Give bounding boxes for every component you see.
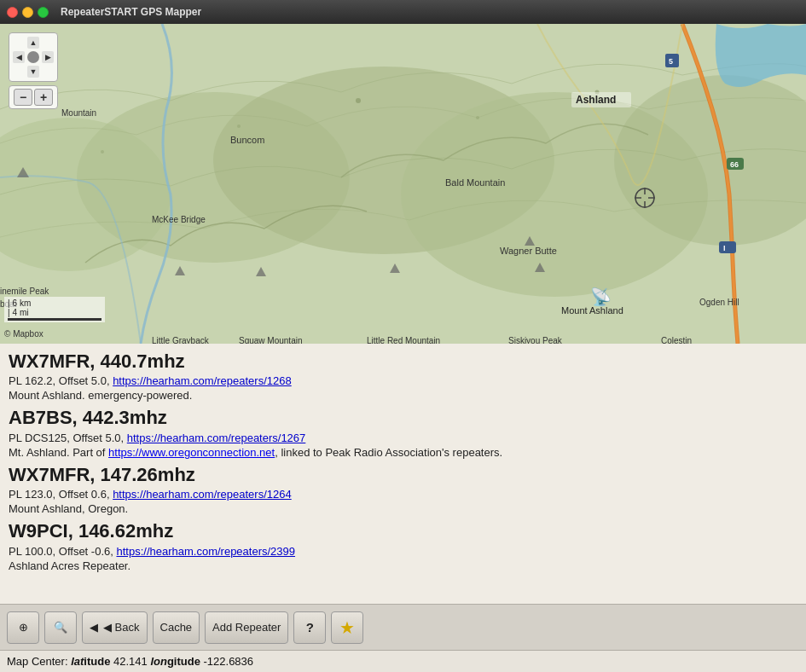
- svg-point-9: [476, 116, 479, 119]
- navigation-control[interactable]: ▲ ◀ ▶ ▼: [9, 32, 58, 82]
- latitude-label-2: itude: [84, 655, 113, 668]
- back-button[interactable]: ◀ ◀ Back: [82, 611, 148, 644]
- svg-point-7: [237, 125, 241, 128]
- help-icon: ?: [306, 620, 314, 634]
- svg-point-6: [101, 150, 104, 154]
- svg-text:Ashland: Ashland: [576, 94, 616, 106]
- map-center-label: Map Center:: [7, 655, 71, 668]
- repeater-3-detail: PL 123.0, Offset 0.6, https://hearham.co…: [9, 488, 797, 501]
- nav-center: [27, 51, 39, 63]
- svg-text:5: 5: [669, 57, 673, 66]
- svg-text:McKee Bridge: McKee Bridge: [152, 215, 206, 224]
- maximize-button[interactable]: [38, 7, 49, 18]
- title-bar: RepeaterSTART GPS Mapper: [0, 0, 806, 24]
- svg-text:Ogden Hill: Ogden Hill: [699, 298, 739, 307]
- repeater-1-link[interactable]: https://hearham.com/repeaters/1268: [113, 374, 292, 387]
- map-background: Ashland Mountain Buncom Bald Mountain Wa…: [0, 24, 806, 344]
- svg-text:Bald Mountain: Bald Mountain: [445, 177, 505, 188]
- repeater-2-detail-prefix: PL DCS125, Offset 5.0,: [9, 432, 127, 444]
- back-label: ◀ Back: [103, 621, 140, 634]
- search-icon: 🔍: [54, 621, 67, 634]
- repeater-4-detail-prefix: PL 100.0, Offset -0.6,: [9, 545, 116, 558]
- scale-mi: 4 mi: [13, 308, 29, 317]
- locate-icon: ⊕: [19, 621, 28, 634]
- pan-up-button[interactable]: ▲: [27, 37, 39, 49]
- pan-down-button[interactable]: ▼: [27, 66, 39, 78]
- star-icon: ★: [339, 617, 355, 638]
- repeater-2-desc: Mt. Ashland. Part of https://www.oregonc…: [9, 446, 797, 459]
- oregonconnection-link[interactable]: https://www.oregonconnection.net: [108, 446, 275, 459]
- svg-text:66: 66: [730, 160, 739, 169]
- svg-point-8: [356, 98, 361, 103]
- repeater-entry-3: WX7MFR, 147.26mhz PL 123.0, Offset 0.6, …: [9, 464, 797, 515]
- repeater-1-detail-prefix: PL 162.2, Offset 5.0,: [9, 374, 113, 387]
- map-attribution: © Mapbox: [4, 329, 43, 339]
- cache-label: Cache: [160, 621, 193, 634]
- add-repeater-button[interactable]: Add Repeater: [205, 611, 288, 644]
- help-button[interactable]: ?: [293, 611, 326, 644]
- status-bar: Map Center: latitude 42.141 longitude -1…: [0, 650, 806, 672]
- repeater-entry-1: WX7MFR, 440.7mhz PL 162.2, Offset 5.0, h…: [9, 350, 797, 402]
- svg-text:inemile Peak: inemile Peak: [0, 287, 49, 296]
- back-icon: ◀: [90, 621, 98, 634]
- repeater-4-link[interactable]: https://hearham.com/repeaters/2399: [116, 545, 295, 558]
- content-area: WX7MFR, 440.7mhz PL 162.2, Offset 5.0, h…: [0, 344, 806, 604]
- location-crosshair: [633, 186, 657, 210]
- zoom-in-button[interactable]: +: [34, 89, 53, 106]
- repeater-entry-2: AB7BS, 442.3mhz PL DCS125, Offset 5.0, h…: [9, 407, 797, 458]
- repeater-3-link[interactable]: https://hearham.com/repeaters/1264: [113, 488, 292, 501]
- svg-text:Mountain: Mountain: [61, 108, 96, 118]
- svg-text:Wagner Butte: Wagner Butte: [500, 246, 557, 256]
- app-title: RepeaterSTART GPS Mapper: [61, 6, 201, 18]
- repeater-4-detail: PL 100.0, Offset -0.6, https://hearham.c…: [9, 545, 797, 558]
- svg-text:Little Red Mountain: Little Red Mountain: [367, 336, 440, 344]
- repeater-2-link[interactable]: https://hearham.com/repeaters/1267: [127, 432, 306, 444]
- repeater-4-desc: Ashland Acres Repeater.: [9, 559, 797, 572]
- svg-text:Siskiyou Peak: Siskiyou Peak: [508, 336, 563, 344]
- repeater-3-detail-prefix: PL 123.0, Offset 0.6,: [9, 488, 113, 501]
- close-button[interactable]: [7, 7, 18, 18]
- add-repeater-label: Add Repeater: [212, 621, 281, 634]
- svg-text:I: I: [723, 244, 726, 252]
- status-text: Map Center: latitude 42.141 longitude -1…: [7, 655, 253, 668]
- latitude-value: 42.141: [113, 655, 148, 668]
- svg-text:Buncom: Buncom: [230, 135, 264, 145]
- repeater-1-detail: PL 162.2, Offset 5.0, https://hearham.co…: [9, 374, 797, 387]
- repeater-1-title: WX7MFR, 440.7mhz: [9, 350, 797, 373]
- longitude-label-2: gitude: [167, 655, 204, 668]
- favorites-button[interactable]: ★: [331, 611, 363, 644]
- svg-text:Little Grayback: Little Grayback: [152, 336, 210, 344]
- map-container[interactable]: Ashland Mountain Buncom Bald Mountain Wa…: [0, 24, 806, 344]
- latitude-label: lat: [71, 655, 84, 668]
- antenna-marker: 📡: [590, 287, 612, 307]
- toolbar: ⊕ 🔍 ◀ ◀ Back Cache Add Repeater ? ★: [0, 604, 806, 650]
- scale-bar: | 6 km | 4 mi: [4, 297, 105, 322]
- zoom-control[interactable]: − +: [9, 85, 58, 109]
- longitude-label: lon: [150, 655, 167, 668]
- window-controls: [7, 7, 49, 18]
- svg-rect-35: [719, 241, 736, 253]
- repeater-3-title: WX7MFR, 147.26mhz: [9, 464, 797, 486]
- locate-button[interactable]: ⊕: [7, 611, 39, 644]
- pan-right-button[interactable]: ▶: [42, 51, 54, 63]
- search-button[interactable]: 🔍: [44, 611, 77, 644]
- map-controls: ▲ ◀ ▶ ▼ − +: [9, 32, 58, 109]
- repeater-3-desc: Mount Ashland, Oregon.: [9, 502, 797, 515]
- repeater-4-title: W9PCI, 146.62mhz: [9, 520, 797, 542]
- repeater-1-desc: Mount Ashland. emergency-powered.: [9, 389, 797, 402]
- repeater-entry-4: W9PCI, 146.62mhz PL 100.0, Offset -0.6, …: [9, 520, 797, 571]
- longitude-value: -122.6836: [204, 655, 254, 668]
- minimize-button[interactable]: [22, 7, 33, 18]
- svg-text:Colestin: Colestin: [661, 336, 692, 344]
- svg-text:Squaw Mountain: Squaw Mountain: [239, 336, 303, 344]
- repeater-2-title: AB7BS, 442.3mhz: [9, 407, 797, 429]
- cache-button[interactable]: Cache: [153, 611, 200, 644]
- pan-left-button[interactable]: ◀: [13, 51, 25, 63]
- zoom-out-button[interactable]: −: [14, 89, 32, 106]
- repeater-2-detail: PL DCS125, Offset 5.0, https://hearham.c…: [9, 432, 797, 444]
- scale-km: 6 km: [13, 298, 32, 308]
